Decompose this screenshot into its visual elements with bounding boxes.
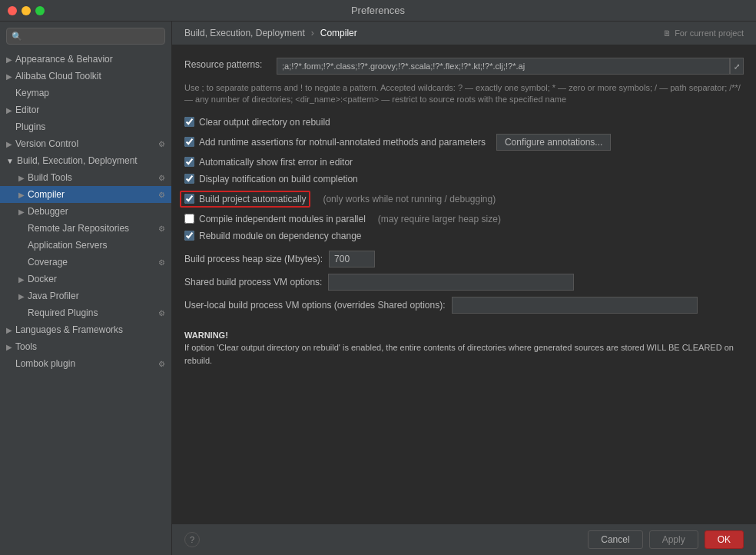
- sidebar-item-required-plugins[interactable]: ▶ Required Plugins ⚙: [0, 304, 171, 321]
- arrow-icon: ▼: [6, 157, 14, 165]
- search-input[interactable]: [25, 31, 160, 42]
- checkbox-compile-parallel: Compile independent modules in parallel: [184, 214, 366, 224]
- search-box[interactable]: 🔍: [6, 28, 165, 45]
- shared-vm-label: Shared build process VM options:: [184, 277, 322, 287]
- resource-patterns-row: Resource patterns: ⤢: [184, 58, 744, 75]
- sidebar-item-label: Lombok plugin: [15, 358, 75, 369]
- checkbox-add-runtime: Add runtime assertions for notnull-annot…: [184, 134, 744, 151]
- sidebar-item-appearance[interactable]: ▶ Appearance & Behavior: [0, 51, 171, 68]
- close-button[interactable]: [8, 6, 17, 15]
- resource-patterns-label: Resource patterns:: [184, 58, 277, 70]
- settings-badge: ⚙: [158, 258, 165, 267]
- display-notification-checkbox[interactable]: [184, 174, 194, 184]
- sidebar-item-label: Debugger: [28, 206, 68, 217]
- build-automatically-extra: (only works while not running / debuggin…: [323, 194, 496, 204]
- compile-parallel-extra: (may require larger heap size): [378, 214, 501, 224]
- settings-badge: ⚙: [158, 174, 165, 182]
- sidebar-item-editor[interactable]: ▶ Editor: [0, 101, 171, 118]
- sidebar-item-remote-jar[interactable]: ▶ Remote Jar Repositories ⚙: [0, 220, 171, 237]
- project-label: For current project: [675, 28, 744, 38]
- add-runtime-checkbox[interactable]: [184, 137, 194, 147]
- user-local-vm-input[interactable]: [452, 297, 698, 314]
- maximize-button[interactable]: [35, 6, 45, 15]
- window-title: Preferences: [351, 5, 405, 16]
- display-notification-label: Display notification on build completion: [199, 174, 358, 184]
- checkbox-rebuild-module: Rebuild module on dependency change: [184, 231, 744, 241]
- project-badge: 🗎 For current project: [663, 28, 744, 38]
- sidebar-item-build-tools[interactable]: ▶ Build Tools ⚙: [0, 169, 171, 186]
- content-area: Build, Execution, Deployment › Compiler …: [172, 22, 756, 555]
- show-first-error-checkbox[interactable]: [184, 157, 194, 167]
- sidebar: 🔍 ▶ Appearance & Behavior ▶ Alibaba Clou…: [0, 22, 172, 555]
- sidebar-item-label: Version Control: [15, 138, 78, 149]
- shared-vm-input[interactable]: [328, 274, 574, 291]
- arrow-icon: ▶: [18, 275, 25, 284]
- user-local-vm-label: User-local build process VM options (ove…: [184, 300, 446, 311]
- sidebar-item-label: Tools: [15, 341, 37, 352]
- title-bar: Preferences: [0, 0, 756, 22]
- rebuild-module-checkbox[interactable]: [184, 231, 194, 241]
- sidebar-item-lombok[interactable]: ▶ Lombok plugin ⚙: [0, 355, 171, 372]
- sidebar-item-label: Remote Jar Repositories: [28, 223, 129, 234]
- cancel-button[interactable]: Cancel: [588, 530, 642, 549]
- sidebar-item-label: Build, Execution, Deployment: [17, 155, 138, 166]
- compile-parallel-checkbox[interactable]: [184, 214, 194, 224]
- arrow-icon: ▶: [6, 55, 12, 64]
- rebuild-module-label: Rebuild module on dependency change: [199, 231, 362, 241]
- sidebar-item-version-control[interactable]: ▶ Version Control ⚙: [0, 135, 171, 152]
- sidebar-item-java-profiler[interactable]: ▶ Java Profiler: [0, 287, 171, 304]
- clear-output-checkbox[interactable]: [184, 117, 194, 127]
- breadcrumb-build-exec: Build, Execution, Deployment: [184, 28, 305, 38]
- sidebar-item-keymap[interactable]: ▶ Keymap: [0, 85, 171, 101]
- build-automatically-checkbox[interactable]: [184, 194, 194, 204]
- sidebar-item-docker[interactable]: ▶ Docker: [0, 271, 171, 287]
- help-button[interactable]: ?: [184, 532, 200, 547]
- content-header: Build, Execution, Deployment › Compiler …: [172, 22, 756, 45]
- arrow-icon: ▶: [18, 208, 25, 216]
- resource-patterns-input[interactable]: [277, 58, 730, 75]
- shared-vm-row: Shared build process VM options:: [184, 274, 744, 291]
- sidebar-item-build-exec[interactable]: ▼ Build, Execution, Deployment: [0, 152, 171, 169]
- search-icon: 🔍: [12, 32, 22, 42]
- sidebar-item-label: Java Profiler: [28, 291, 79, 301]
- show-first-error-label: Automatically show first error in editor: [199, 157, 353, 168]
- sidebar-item-tools[interactable]: ▶ Tools: [0, 338, 171, 355]
- settings-badge: ⚙: [158, 140, 165, 148]
- checkbox-show-first-error: Automatically show first error in editor: [184, 157, 744, 168]
- add-runtime-label: Add runtime assertions for notnull-annot…: [199, 137, 486, 148]
- minimize-button[interactable]: [22, 6, 31, 15]
- main-container: 🔍 ▶ Appearance & Behavior ▶ Alibaba Clou…: [0, 22, 756, 555]
- arrow-icon: ▶: [18, 191, 25, 199]
- heap-size-input[interactable]: [329, 251, 375, 268]
- settings-badge: ⚙: [158, 191, 165, 199]
- clear-output-label: Clear output directory on rebuild: [199, 117, 330, 128]
- warning-title: WARNING!: [184, 329, 744, 342]
- sidebar-item-plugins[interactable]: ▶ Plugins: [0, 118, 171, 135]
- sidebar-item-coverage[interactable]: ▶ Coverage ⚙: [0, 254, 171, 271]
- resource-pattern-container: ⤢: [277, 58, 744, 75]
- resource-hint-text: Use ; to separate patterns and ! to nega…: [184, 82, 744, 106]
- expand-button[interactable]: ⤢: [730, 58, 744, 75]
- settings-badge: ⚙: [158, 224, 165, 233]
- ok-button[interactable]: OK: [705, 530, 744, 549]
- heap-size-row: Build process heap size (Mbytes):: [184, 251, 744, 268]
- user-local-vm-row: User-local build process VM options (ove…: [184, 297, 744, 314]
- arrow-icon: ▶: [6, 326, 12, 334]
- sidebar-item-label: Required Plugins: [28, 307, 98, 318]
- heap-size-label: Build process heap size (Mbytes):: [184, 254, 323, 264]
- apply-button[interactable]: Apply: [649, 530, 698, 549]
- configure-annotations-button[interactable]: Configure annotations...: [496, 134, 611, 151]
- warning-text: If option 'Clear output directory on reb…: [184, 341, 744, 367]
- window-controls: [8, 6, 45, 15]
- footer-left: ?: [184, 532, 200, 547]
- sidebar-item-compiler[interactable]: ▶ Compiler ⚙: [0, 186, 171, 203]
- footer: ? Cancel Apply OK: [172, 523, 756, 555]
- sidebar-item-debugger[interactable]: ▶ Debugger: [0, 203, 171, 220]
- sidebar-item-label: Languages & Frameworks: [15, 324, 123, 335]
- sidebar-item-app-servers[interactable]: ▶ Application Servers: [0, 237, 171, 254]
- arrow-icon: ▶: [6, 140, 12, 148]
- checkbox-build-automatically: Build project automatically: [180, 191, 310, 208]
- sidebar-item-label: Build Tools: [28, 172, 72, 183]
- sidebar-item-alibaba[interactable]: ▶ Alibaba Cloud Toolkit: [0, 68, 171, 85]
- sidebar-item-languages[interactable]: ▶ Languages & Frameworks: [0, 321, 171, 338]
